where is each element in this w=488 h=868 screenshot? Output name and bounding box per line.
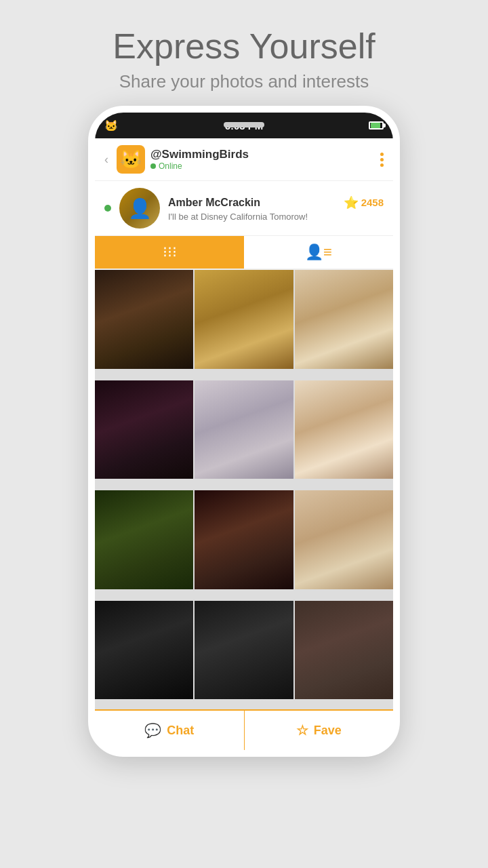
page-header: Express Yourself Share your photos and i… — [99, 0, 388, 106]
phone-speaker — [224, 122, 264, 127]
photo-cell-9[interactable] — [295, 490, 393, 589]
profile-status-text: I'll be at Disney California Tomorow! — [168, 212, 384, 222]
photo-cell-2[interactable] — [195, 270, 293, 368]
photo-cell-8[interactable] — [195, 490, 293, 589]
tab-people[interactable]: 👤≡ people — [244, 236, 393, 269]
online-status: Online — [150, 161, 249, 171]
app-icon: 🐱 — [104, 119, 118, 132]
photo-cell-6[interactable] — [295, 380, 393, 479]
photo-cell-10[interactable] — [95, 601, 193, 699]
status-right — [369, 121, 384, 130]
battery-icon — [369, 121, 384, 130]
online-dot-icon — [150, 163, 156, 169]
star-icon: ⭐ — [344, 195, 359, 210]
photo-cell-7[interactable] — [95, 490, 193, 589]
profile-name-row: Amber McCrackin ⭐ 2458 — [168, 195, 384, 210]
stars-badge: ⭐ 2458 — [344, 195, 384, 210]
profile-name: Amber McCrackin — [168, 197, 260, 209]
profile-section: 👤 Amber McCrackin ⭐ 2458 I'll be at Disn… — [95, 181, 393, 236]
header-left: ‹ 🐱 @SwimmingBirds Online — [104, 145, 249, 174]
page-title: Express Yourself — [113, 27, 375, 66]
chat-icon: 💬 — [144, 722, 161, 738]
photo-cell-4[interactable] — [95, 380, 193, 479]
more-options-button[interactable] — [380, 153, 384, 167]
back-arrow-icon[interactable]: ‹ — [104, 153, 108, 167]
photo-cell-12[interactable] — [295, 601, 393, 699]
chat-button[interactable]: 💬 Chat — [95, 711, 245, 750]
online-text: Online — [159, 161, 182, 171]
app-header: ‹ 🐱 @SwimmingBirds Online — [95, 138, 393, 181]
photo-cell-1[interactable] — [95, 270, 193, 368]
photo-cell-3[interactable] — [295, 270, 393, 368]
profile-info: Amber McCrackin ⭐ 2458 I'll be at Disney… — [168, 195, 384, 222]
fave-button[interactable]: ☆ Fave — [245, 711, 394, 750]
phone-frame: 🐱 6:03 PM ‹ 🐱 @SwimmingBirds Online — [88, 106, 400, 757]
cat-avatar-icon: 🐱 — [117, 145, 145, 174]
stars-count: 2458 — [361, 197, 384, 208]
photo-cell-11[interactable] — [195, 601, 293, 699]
status-left: 🐱 — [104, 119, 118, 132]
action-bar: 💬 Chat ☆ Fave — [95, 709, 393, 750]
header-username: @SwimmingBirds — [150, 148, 249, 161]
profile-avatar: 👤 — [119, 188, 160, 229]
photo-grid — [95, 270, 393, 709]
page-subtitle: Share your photos and interests — [113, 71, 375, 92]
fave-icon: ☆ — [296, 722, 308, 738]
photo-cell-5[interactable] — [195, 380, 293, 479]
chat-label: Chat — [167, 724, 194, 738]
fave-label: Fave — [314, 724, 342, 738]
tab-bar: ⁝⁝⁝ grid 👤≡ people — [95, 236, 393, 270]
tab-grid[interactable]: ⁝⁝⁝ grid — [95, 236, 244, 269]
online-indicator-icon — [104, 205, 111, 212]
header-user-info: @SwimmingBirds Online — [150, 148, 249, 171]
